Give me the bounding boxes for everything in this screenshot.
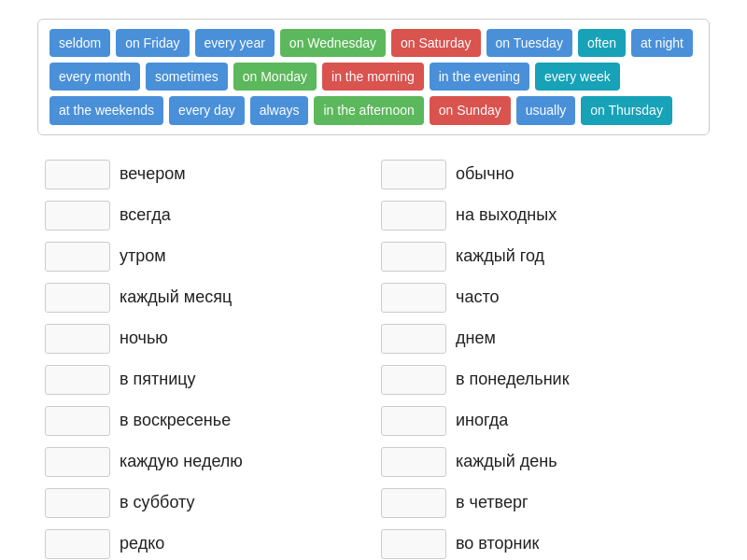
drop-box-v-subbotu[interactable]: [45, 488, 110, 518]
match-row-left: каждую неделю: [37, 441, 374, 483]
chip-often[interactable]: often: [578, 29, 626, 57]
chip-on-sunday[interactable]: on Sunday: [430, 96, 511, 124]
match-row-left: редко: [37, 524, 374, 560]
drop-box-redko[interactable]: [45, 529, 110, 559]
match-area: вечеромвсегдаутромкаждый месяцночьюв пят…: [37, 154, 710, 560]
match-row-right: каждый день: [374, 441, 710, 483]
match-row-right: каждый год: [374, 236, 710, 277]
match-label-vsegda: всегда: [120, 205, 171, 225]
chip-in-the-afternoon[interactable]: in the afternoon: [314, 96, 423, 124]
match-label-obychno: обычно: [456, 164, 514, 184]
chip-bank: seldomon Fridayevery yearon Wednesdayon …: [37, 19, 710, 135]
chip-seldom[interactable]: seldom: [49, 29, 110, 57]
match-row-right: в четверг: [374, 483, 710, 524]
match-row-left: в субботу: [37, 483, 374, 524]
match-row-left: вечером: [37, 154, 374, 195]
chip-every-week[interactable]: every week: [535, 63, 620, 91]
match-label-dnem: днем: [456, 329, 496, 348]
match-row-left: в воскресенье: [37, 400, 374, 441]
chip-every-day[interactable]: every day: [169, 96, 245, 124]
drop-box-kazhdyy-den[interactable]: [381, 447, 446, 477]
match-label-vechером: вечером: [120, 164, 186, 184]
match-label-v-subbotu: в субботу: [120, 493, 194, 512]
chip-every-month[interactable]: every month: [49, 63, 140, 91]
match-row-left: каждый месяц: [37, 277, 374, 318]
match-row-right: часто: [374, 277, 710, 318]
match-row-left: утром: [37, 236, 374, 277]
match-label-v-voskresenye: в воскресенье: [120, 411, 231, 430]
chip-every-year[interactable]: every year: [195, 29, 275, 57]
drop-box-inogda[interactable]: [381, 406, 446, 436]
chip-sometimes[interactable]: sometimes: [146, 63, 228, 91]
chip-at-night[interactable]: at night: [631, 29, 693, 57]
chip-in-the-morning[interactable]: in the morning: [322, 63, 424, 91]
drop-box-v-chetverg[interactable]: [381, 488, 446, 518]
drop-box-v-ponedelnik[interactable]: [381, 365, 446, 395]
match-label-na-vyhodnyh: на выходных: [456, 205, 557, 225]
chip-on-tuesday[interactable]: on Tuesday: [486, 29, 572, 57]
match-label-v-chetverg: в четверг: [456, 493, 529, 512]
match-label-vo-vtornik: во вторник: [456, 534, 539, 553]
match-row-right: в понедельник: [374, 359, 710, 400]
match-row-right: во вторник: [374, 524, 710, 560]
match-label-kazhdyy-god: каждый год: [456, 246, 544, 266]
match-label-chasto: часто: [456, 287, 499, 307]
drop-box-v-pyatnicu[interactable]: [45, 365, 110, 395]
chip-on-thursday[interactable]: on Thursday: [581, 96, 672, 124]
drop-box-na-vyhodnyh[interactable]: [381, 201, 446, 231]
drop-box-kazhdyy-mesyac[interactable]: [45, 283, 110, 313]
chip-on-friday[interactable]: on Friday: [116, 29, 189, 57]
match-label-v-pyatnicu: в пятницу: [120, 370, 196, 389]
right-column: обычнона выходныхкаждый годчастоднемв по…: [374, 154, 710, 560]
drop-box-v-voskresenye[interactable]: [45, 406, 110, 436]
chip-in-the-evening[interactable]: in the evening: [430, 63, 529, 91]
match-row-right: обычно: [374, 154, 710, 195]
drop-box-vechером[interactable]: [45, 160, 110, 189]
chip-always[interactable]: always: [250, 96, 309, 124]
match-label-utrom: утром: [120, 246, 166, 266]
drop-box-dnem[interactable]: [381, 324, 446, 354]
chip-on-saturday[interactable]: on Saturday: [391, 29, 481, 57]
drop-box-nochyu[interactable]: [45, 324, 110, 354]
match-label-inogda: иногда: [456, 411, 508, 430]
drop-box-vo-vtornik[interactable]: [381, 529, 446, 559]
match-row-left: ночью: [37, 318, 374, 359]
chip-usually[interactable]: usually: [516, 96, 576, 124]
match-label-nochyu: ночью: [120, 329, 168, 348]
drop-box-kazhdyy-god[interactable]: [381, 242, 446, 272]
match-row-right: днем: [374, 318, 710, 359]
match-label-v-ponedelnik: в понедельник: [456, 370, 570, 389]
match-label-kazhdyy-den: каждый день: [456, 452, 557, 471]
match-row-right: на выходных: [374, 195, 710, 236]
drop-box-utrom[interactable]: [45, 242, 110, 272]
match-row-right: иногда: [374, 400, 710, 441]
match-row-left: всегда: [37, 195, 374, 236]
chip-at-the-weekends[interactable]: at the weekends: [49, 96, 163, 124]
match-label-redko: редко: [120, 534, 164, 553]
drop-box-chasto[interactable]: [381, 283, 446, 313]
drop-box-obychno[interactable]: [381, 160, 446, 189]
chip-on-wednesday[interactable]: on Wednesday: [280, 29, 386, 57]
left-column: вечеромвсегдаутромкаждый месяцночьюв пят…: [37, 154, 374, 560]
match-label-kazhdyu-nedelyu: каждую неделю: [120, 452, 243, 471]
match-row-left: в пятницу: [37, 359, 374, 400]
chip-on-monday[interactable]: on Monday: [233, 63, 317, 91]
drop-box-kazhdyu-nedelyu[interactable]: [45, 447, 110, 477]
match-label-kazhdyy-mesyac: каждый месяц: [120, 287, 232, 307]
drop-box-vsegda[interactable]: [45, 201, 110, 231]
